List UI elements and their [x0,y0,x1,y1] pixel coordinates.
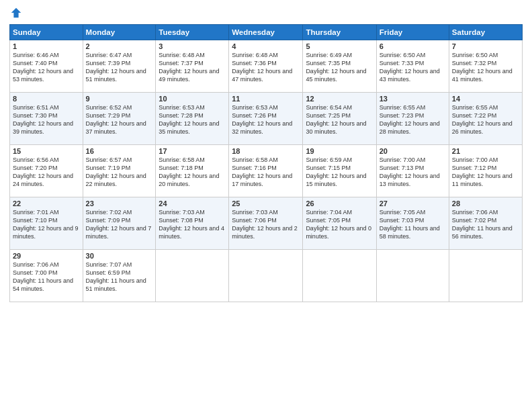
cell-info: Sunrise: 7:03 AMSunset: 7:08 PMDaylight:… [159,208,226,241]
calendar-cell: 14Sunrise: 6:55 AMSunset: 7:22 PMDayligh… [449,93,522,145]
calendar-header-row: SundayMondayTuesdayWednesdayThursdayFrid… [10,25,523,40]
cell-info: Sunrise: 7:06 AMSunset: 7:00 PMDaylight:… [13,261,80,293]
cell-info: Sunrise: 6:53 AMSunset: 7:28 PMDaylight:… [159,103,226,136]
calendar-cell: 1Sunrise: 6:46 AMSunset: 7:40 PMDaylight… [10,40,83,93]
day-number: 22 [13,199,80,208]
day-number: 28 [452,199,519,208]
calendar-cell: 20Sunrise: 7:00 AMSunset: 7:13 PMDayligh… [376,145,449,197]
cell-info: Sunrise: 6:55 AMSunset: 7:23 PMDaylight:… [380,103,446,136]
calendar-cell: 15Sunrise: 6:56 AMSunset: 7:20 PMDayligh… [10,145,83,197]
cell-info: Sunrise: 7:00 AMSunset: 7:13 PMDaylight:… [380,156,446,189]
cell-info: Sunrise: 7:02 AMSunset: 7:09 PMDaylight:… [86,208,153,241]
cell-info: Sunrise: 6:58 AMSunset: 7:16 PMDaylight:… [232,156,300,189]
logo-icon [10,7,22,19]
day-number: 16 [86,147,153,155]
weekday-header: Monday [83,25,156,40]
day-number: 10 [159,95,226,103]
calendar-cell: 26Sunrise: 7:04 AMSunset: 7:05 PMDayligh… [303,197,376,250]
calendar-cell: 17Sunrise: 6:58 AMSunset: 7:18 PMDayligh… [156,145,229,197]
weekday-header: Saturday [449,25,522,40]
calendar-cell: 30Sunrise: 7:07 AMSunset: 6:59 PMDayligh… [83,250,156,302]
calendar-week-row: 15Sunrise: 6:56 AMSunset: 7:20 PMDayligh… [10,145,523,197]
weekday-header: Thursday [303,25,376,40]
cell-info: Sunrise: 7:04 AMSunset: 7:05 PMDaylight:… [306,208,373,241]
day-number: 24 [159,199,226,208]
calendar-table: SundayMondayTuesdayWednesdayThursdayFrid… [9,24,523,302]
cell-info: Sunrise: 7:06 AMSunset: 7:02 PMDaylight:… [452,208,519,241]
day-number: 1 [13,42,80,50]
day-number: 4 [232,42,300,50]
calendar-week-row: 8Sunrise: 6:51 AMSunset: 7:30 PMDaylight… [10,93,523,145]
weekday-header: Wednesday [229,25,303,40]
calendar-cell: 11Sunrise: 6:53 AMSunset: 7:26 PMDayligh… [229,93,303,145]
calendar-cell: 13Sunrise: 6:55 AMSunset: 7:23 PMDayligh… [376,93,449,145]
svg-marker-0 [11,8,21,17]
cell-info: Sunrise: 6:53 AMSunset: 7:26 PMDaylight:… [232,103,300,136]
weekday-header: Friday [376,25,449,40]
calendar-cell: 8Sunrise: 6:51 AMSunset: 7:30 PMDaylight… [10,93,83,145]
calendar-cell: 24Sunrise: 7:03 AMSunset: 7:08 PMDayligh… [156,197,229,250]
cell-info: Sunrise: 6:49 AMSunset: 7:35 PMDaylight:… [306,51,373,84]
calendar-cell: 23Sunrise: 7:02 AMSunset: 7:09 PMDayligh… [83,197,156,250]
calendar-cell: 3Sunrise: 6:48 AMSunset: 7:37 PMDaylight… [156,40,229,93]
cell-info: Sunrise: 6:52 AMSunset: 7:29 PMDaylight:… [86,103,153,136]
page-header [9,7,523,19]
logo [9,7,22,19]
calendar-cell [449,250,522,302]
calendar-cell [229,250,303,302]
calendar-cell [376,250,449,302]
day-number: 14 [452,95,519,103]
calendar-cell: 9Sunrise: 6:52 AMSunset: 7:29 PMDaylight… [83,93,156,145]
calendar-week-row: 22Sunrise: 7:01 AMSunset: 7:10 PMDayligh… [10,197,523,250]
calendar-cell: 22Sunrise: 7:01 AMSunset: 7:10 PMDayligh… [10,197,83,250]
day-number: 25 [232,199,300,208]
day-number: 6 [380,42,446,50]
day-number: 26 [306,199,373,208]
calendar-week-row: 1Sunrise: 6:46 AMSunset: 7:40 PMDaylight… [10,40,523,93]
calendar-week-row: 29Sunrise: 7:06 AMSunset: 7:00 PMDayligh… [10,250,523,302]
calendar-cell: 4Sunrise: 6:48 AMSunset: 7:36 PMDaylight… [229,40,303,93]
calendar-cell: 12Sunrise: 6:54 AMSunset: 7:25 PMDayligh… [303,93,376,145]
cell-info: Sunrise: 6:57 AMSunset: 7:19 PMDaylight:… [86,156,153,189]
cell-info: Sunrise: 6:46 AMSunset: 7:40 PMDaylight:… [13,51,80,84]
calendar-cell [303,250,376,302]
cell-info: Sunrise: 6:47 AMSunset: 7:39 PMDaylight:… [86,51,153,84]
calendar-cell: 25Sunrise: 7:03 AMSunset: 7:06 PMDayligh… [229,197,303,250]
calendar-cell [156,250,229,302]
weekday-header: Sunday [10,25,83,40]
cell-info: Sunrise: 7:01 AMSunset: 7:10 PMDaylight:… [13,208,80,241]
day-number: 20 [380,147,446,155]
cell-info: Sunrise: 7:00 AMSunset: 7:12 PMDaylight:… [452,156,519,189]
cell-info: Sunrise: 7:07 AMSunset: 6:59 PMDaylight:… [86,261,153,293]
day-number: 5 [306,42,373,50]
day-number: 8 [13,95,80,103]
calendar-cell: 7Sunrise: 6:50 AMSunset: 7:32 PMDaylight… [449,40,522,93]
day-number: 23 [86,199,153,208]
cell-info: Sunrise: 6:51 AMSunset: 7:30 PMDaylight:… [13,103,80,136]
calendar-cell: 10Sunrise: 6:53 AMSunset: 7:28 PMDayligh… [156,93,229,145]
day-number: 21 [452,147,519,155]
cell-info: Sunrise: 6:58 AMSunset: 7:18 PMDaylight:… [159,156,226,189]
calendar-cell: 29Sunrise: 7:06 AMSunset: 7:00 PMDayligh… [10,250,83,302]
calendar-cell: 19Sunrise: 6:59 AMSunset: 7:15 PMDayligh… [303,145,376,197]
cell-info: Sunrise: 7:03 AMSunset: 7:06 PMDaylight:… [232,208,300,241]
day-number: 18 [232,147,300,155]
day-number: 12 [306,95,373,103]
cell-info: Sunrise: 7:05 AMSunset: 7:03 PMDaylight:… [380,208,446,241]
calendar-cell: 16Sunrise: 6:57 AMSunset: 7:19 PMDayligh… [83,145,156,197]
day-number: 29 [13,252,80,260]
day-number: 27 [380,199,446,208]
day-number: 13 [380,95,446,103]
day-number: 9 [86,95,153,103]
day-number: 19 [306,147,373,155]
cell-info: Sunrise: 6:50 AMSunset: 7:32 PMDaylight:… [452,51,519,84]
day-number: 7 [452,42,519,50]
day-number: 3 [159,42,226,50]
calendar-cell: 6Sunrise: 6:50 AMSunset: 7:33 PMDaylight… [376,40,449,93]
day-number: 2 [86,42,153,50]
calendar-cell: 21Sunrise: 7:00 AMSunset: 7:12 PMDayligh… [449,145,522,197]
cell-info: Sunrise: 6:59 AMSunset: 7:15 PMDaylight:… [306,156,373,189]
calendar-cell: 18Sunrise: 6:58 AMSunset: 7:16 PMDayligh… [229,145,303,197]
cell-info: Sunrise: 6:56 AMSunset: 7:20 PMDaylight:… [13,156,80,189]
calendar-cell: 28Sunrise: 7:06 AMSunset: 7:02 PMDayligh… [449,197,522,250]
